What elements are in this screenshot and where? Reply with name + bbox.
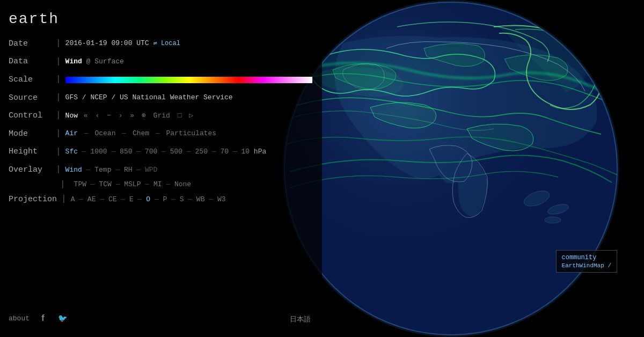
mode-pipe: | — [56, 127, 61, 141]
ctrl-globe[interactable]: ⊕ — [142, 112, 146, 120]
projection-value: A — AE — CE — E — O — P — S — WB — W3 — [71, 194, 226, 206]
height-label: Height — [9, 145, 52, 158]
mode-particulates[interactable]: Particulates — [166, 129, 217, 137]
height-70[interactable]: 70 — [220, 148, 229, 156]
overlay-wpd[interactable]: WPD — [145, 166, 157, 174]
overlay-label: Overlay — [9, 164, 52, 177]
overlay-row-1: Overlay | Wind — Temp — RH — WPD — [9, 163, 313, 177]
svg-point-8 — [284, 2, 617, 335]
twitter-icon[interactable]: 🐦 — [56, 312, 68, 324]
app-title: earth — [9, 11, 313, 27]
ctrl-play[interactable]: ▷ — [189, 112, 193, 120]
overlay-tpw[interactable]: TPW — [74, 180, 86, 188]
overlay-pipe: | — [56, 163, 61, 177]
height-pipe: | — [56, 145, 61, 159]
height-sfc[interactable]: Sfc — [65, 148, 78, 156]
projection-label: Projection — [9, 193, 57, 206]
overlay-wind[interactable]: Wind — [65, 166, 82, 174]
mode-row: Mode | Air — Ocean — Chem — Particulates — [9, 127, 313, 141]
japanese-text[interactable]: 日本語 — [290, 314, 633, 324]
date-utc: 2016-01-19 09:00 UTC — [65, 39, 149, 47]
ctrl-minus[interactable]: − — [107, 112, 111, 120]
overlay-row-2: | TPW — TCW — MSLP — MI — None — [9, 178, 313, 192]
mode-chem[interactable]: Chem — [133, 129, 149, 137]
overlay-value-1: Wind — Temp — RH — WPD — [65, 165, 158, 176]
date-value: 2016-01-19 09:00 UTC ⇌ Local — [65, 38, 180, 49]
source-row: Source | GFS / NCEP / US National Weathe… — [9, 91, 313, 105]
height-1000[interactable]: 1000 — [90, 148, 107, 156]
control-row: Control | Now « ‹ − › » ⊕ Grid □ ▷ — [9, 109, 313, 123]
ctrl-square[interactable]: □ — [178, 112, 182, 120]
data-wind: Wind — [65, 57, 82, 65]
mode-value: Air — Ocean — Chem — Particulates — [65, 128, 217, 140]
proj-o[interactable]: O — [146, 195, 150, 203]
proj-wb[interactable]: WB — [196, 195, 205, 203]
data-row: Data | Wind @ Surface — [9, 55, 313, 69]
date-pipe: | — [56, 37, 61, 51]
proj-ce[interactable]: CE — [108, 195, 117, 203]
height-700[interactable]: 700 — [145, 148, 157, 156]
date-row: Date | 2016-01-19 09:00 UTC ⇌ Local — [9, 37, 313, 51]
height-unit: hPa — [254, 148, 266, 156]
date-label: Date — [9, 38, 52, 50]
projection-pipe: | — [61, 193, 67, 207]
control-value: Now « ‹ − › » ⊕ Grid □ ▷ — [65, 111, 195, 122]
proj-e[interactable]: E — [129, 195, 134, 203]
ctrl-prev[interactable]: ‹ — [95, 112, 99, 120]
scale-pipe: | — [56, 73, 61, 87]
overlay-rh[interactable]: RH — [124, 166, 133, 174]
overlay-mi[interactable]: MI — [153, 180, 162, 188]
overlay-value-2: TPW — TCW — MSLP — MI — None — [74, 179, 192, 191]
height-row: Height | Sfc — 1000 — 850 — 700 — 500 — … — [9, 145, 313, 159]
data-pipe: | — [56, 55, 61, 69]
proj-s[interactable]: S — [180, 195, 184, 203]
about-link[interactable]: about — [9, 314, 30, 323]
source-pipe: | — [56, 91, 61, 105]
projection-row: Projection | A — AE — CE — E — O — P — S… — [9, 193, 313, 207]
source-value: GFS / NCEP / US National Weather Service — [65, 92, 233, 104]
community-title: community — [562, 254, 611, 261]
overlay-pipe-2: | — [60, 178, 65, 192]
left-panel: earth Date | 2016-01-19 09:00 UTC ⇌ Loca… — [0, 0, 322, 337]
ctrl-grid-label[interactable]: Grid — [153, 112, 170, 120]
proj-ae[interactable]: AE — [87, 195, 96, 203]
proj-w3[interactable]: W3 — [217, 195, 226, 203]
facebook-icon[interactable]: f — [37, 312, 49, 324]
height-850[interactable]: 850 — [120, 148, 132, 156]
ctrl-next-next[interactable]: » — [130, 112, 134, 120]
control-label: Control — [9, 109, 52, 122]
overlay-none[interactable]: None — [174, 180, 191, 188]
ctrl-prev-prev[interactable]: « — [84, 112, 88, 120]
overlay-tcw[interactable]: TCW — [99, 180, 111, 188]
mode-ocean[interactable]: Ocean — [94, 129, 115, 137]
community-subtitle: EarthWindMap / — [562, 262, 611, 269]
source-label: Source — [9, 92, 52, 105]
footer: about f 🐦 — [9, 312, 68, 324]
community-badge[interactable]: community EarthWindMap / — [556, 250, 617, 273]
height-value: Sfc — 1000 — 850 — 700 — 500 — 250 — 70 … — [65, 146, 267, 158]
proj-a[interactable]: A — [71, 195, 75, 203]
proj-p[interactable]: P — [163, 195, 167, 203]
height-250[interactable]: 250 — [195, 148, 208, 156]
mode-label: Mode — [9, 128, 52, 141]
control-now[interactable]: Now — [65, 112, 78, 120]
overlay-temp[interactable]: Temp — [94, 166, 111, 174]
scale-bar — [65, 77, 312, 83]
height-500[interactable]: 500 — [170, 148, 182, 156]
ctrl-next[interactable]: › — [119, 112, 123, 120]
mode-air[interactable]: Air — [65, 129, 78, 137]
local-link[interactable]: ⇌ Local — [153, 40, 180, 47]
scale-label: Scale — [9, 74, 52, 86]
data-value: Wind @ Surface — [65, 56, 124, 68]
overlay-mslp[interactable]: MSLP — [124, 180, 141, 188]
scale-row: Scale | — [9, 73, 313, 87]
data-label: Data — [9, 55, 52, 68]
height-10[interactable]: 10 — [241, 148, 250, 156]
control-pipe: | — [56, 109, 61, 123]
